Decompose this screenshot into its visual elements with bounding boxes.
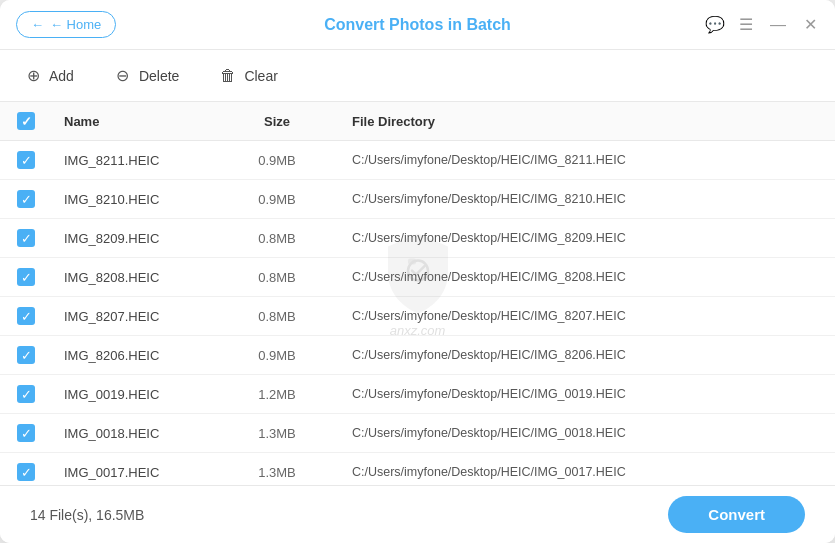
row-file-size: 1.3MB xyxy=(222,414,332,453)
file-info: 14 File(s), 16.5MB xyxy=(30,507,144,523)
row-checkbox[interactable]: ✓ xyxy=(17,268,35,286)
add-icon: ⊕ xyxy=(24,67,42,85)
row-file-dir: C:/Users/imyfone/Desktop/HEIC/IMG_0017.H… xyxy=(332,453,835,486)
row-checkbox[interactable]: ✓ xyxy=(17,229,35,247)
row-checkbox[interactable]: ✓ xyxy=(17,346,35,364)
table-row: ✓IMG_8208.HEIC0.8MBC:/Users/imyfone/Desk… xyxy=(0,258,835,297)
row-checkbox[interactable]: ✓ xyxy=(17,151,35,169)
row-file-dir: C:/Users/imyfone/Desktop/HEIC/IMG_8208.H… xyxy=(332,258,835,297)
row-checkbox[interactable]: ✓ xyxy=(17,463,35,481)
row-file-dir: C:/Users/imyfone/Desktop/HEIC/IMG_8209.H… xyxy=(332,219,835,258)
footer: 14 File(s), 16.5MB Convert xyxy=(0,485,835,543)
home-button[interactable]: ← ← Home xyxy=(16,11,116,38)
row-file-dir: C:/Users/imyfone/Desktop/HEIC/IMG_8206.H… xyxy=(332,336,835,375)
row-checkbox-cell[interactable]: ✓ xyxy=(0,336,52,375)
close-icon[interactable]: ✕ xyxy=(801,15,819,34)
row-checkbox[interactable]: ✓ xyxy=(17,424,35,442)
delete-label: Delete xyxy=(139,68,179,84)
col-header-name: Name xyxy=(52,102,222,141)
row-file-name: IMG_8208.HEIC xyxy=(52,258,222,297)
col-header-checkbox[interactable]: ✓ xyxy=(0,102,52,141)
row-file-name: IMG_8207.HEIC xyxy=(52,297,222,336)
row-file-size: 0.9MB xyxy=(222,336,332,375)
row-checkbox-cell[interactable]: ✓ xyxy=(0,375,52,414)
row-checkbox-cell[interactable]: ✓ xyxy=(0,258,52,297)
row-checkbox[interactable]: ✓ xyxy=(17,385,35,403)
row-file-dir: C:/Users/imyfone/Desktop/HEIC/IMG_0019.H… xyxy=(332,375,835,414)
home-arrow-icon: ← xyxy=(31,17,44,32)
select-all-checkbox[interactable]: ✓ xyxy=(17,112,35,130)
row-checkbox[interactable]: ✓ xyxy=(17,190,35,208)
row-file-size: 1.2MB xyxy=(222,375,332,414)
clear-button[interactable]: 🗑 Clear xyxy=(213,63,283,89)
menu-icon[interactable]: ☰ xyxy=(737,15,755,34)
chat-icon[interactable]: 💬 xyxy=(705,15,723,34)
row-file-name: IMG_0019.HEIC xyxy=(52,375,222,414)
home-label: ← Home xyxy=(50,17,101,32)
clear-label: Clear xyxy=(244,68,277,84)
row-file-size: 0.8MB xyxy=(222,219,332,258)
row-checkbox-cell[interactable]: ✓ xyxy=(0,414,52,453)
row-file-size: 0.9MB xyxy=(222,180,332,219)
row-checkbox-cell[interactable]: ✓ xyxy=(0,453,52,486)
row-file-dir: C:/Users/imyfone/Desktop/HEIC/IMG_8211.H… xyxy=(332,141,835,180)
row-file-size: 0.9MB xyxy=(222,141,332,180)
file-table: ✓ Name Size File Directory ✓IMG_8211.HEI… xyxy=(0,102,835,485)
row-checkbox-cell[interactable]: ✓ xyxy=(0,219,52,258)
table-row: ✓IMG_8209.HEIC0.8MBC:/Users/imyfone/Desk… xyxy=(0,219,835,258)
table-row: ✓IMG_0017.HEIC1.3MBC:/Users/imyfone/Desk… xyxy=(0,453,835,486)
delete-button[interactable]: ⊖ Delete xyxy=(108,63,185,89)
row-file-size: 1.3MB xyxy=(222,453,332,486)
row-file-dir: C:/Users/imyfone/Desktop/HEIC/IMG_8210.H… xyxy=(332,180,835,219)
row-file-name: IMG_8210.HEIC xyxy=(52,180,222,219)
app-window: ← ← Home Convert Photos in Batch 💬 ☰ — ✕… xyxy=(0,0,835,543)
convert-button[interactable]: Convert xyxy=(668,496,805,533)
col-header-size: Size xyxy=(222,102,332,141)
row-checkbox[interactable]: ✓ xyxy=(17,307,35,325)
table-row: ✓IMG_8210.HEIC0.9MBC:/Users/imyfone/Desk… xyxy=(0,180,835,219)
file-table-container: anxz.com ✓ Name Size File Directory xyxy=(0,102,835,485)
clear-icon: 🗑 xyxy=(219,67,237,85)
row-checkbox-cell[interactable]: ✓ xyxy=(0,141,52,180)
title-bar: ← ← Home Convert Photos in Batch 💬 ☰ — ✕ xyxy=(0,0,835,50)
col-header-dir: File Directory xyxy=(332,102,835,141)
row-checkbox-cell[interactable]: ✓ xyxy=(0,180,52,219)
row-file-name: IMG_8211.HEIC xyxy=(52,141,222,180)
table-row: ✓IMG_0019.HEIC1.2MBC:/Users/imyfone/Desk… xyxy=(0,375,835,414)
row-file-name: IMG_8209.HEIC xyxy=(52,219,222,258)
add-button[interactable]: ⊕ Add xyxy=(18,63,80,89)
row-file-size: 0.8MB xyxy=(222,297,332,336)
table-row: ✓IMG_8206.HEIC0.9MBC:/Users/imyfone/Desk… xyxy=(0,336,835,375)
table-row: ✓IMG_8211.HEIC0.9MBC:/Users/imyfone/Desk… xyxy=(0,141,835,180)
row-file-dir: C:/Users/imyfone/Desktop/HEIC/IMG_0018.H… xyxy=(332,414,835,453)
row-file-name: IMG_0018.HEIC xyxy=(52,414,222,453)
row-file-name: IMG_0017.HEIC xyxy=(52,453,222,486)
window-controls: 💬 ☰ — ✕ xyxy=(705,15,819,34)
table-row: ✓IMG_0018.HEIC1.3MBC:/Users/imyfone/Desk… xyxy=(0,414,835,453)
row-checkbox-cell[interactable]: ✓ xyxy=(0,297,52,336)
row-file-size: 0.8MB xyxy=(222,258,332,297)
table-row: ✓IMG_8207.HEIC0.8MBC:/Users/imyfone/Desk… xyxy=(0,297,835,336)
page-title: Convert Photos in Batch xyxy=(324,16,511,34)
delete-icon: ⊖ xyxy=(114,67,132,85)
row-file-dir: C:/Users/imyfone/Desktop/HEIC/IMG_8207.H… xyxy=(332,297,835,336)
row-file-name: IMG_8206.HEIC xyxy=(52,336,222,375)
add-label: Add xyxy=(49,68,74,84)
toolbar: ⊕ Add ⊖ Delete 🗑 Clear xyxy=(0,50,835,102)
minimize-icon[interactable]: — xyxy=(769,16,787,34)
